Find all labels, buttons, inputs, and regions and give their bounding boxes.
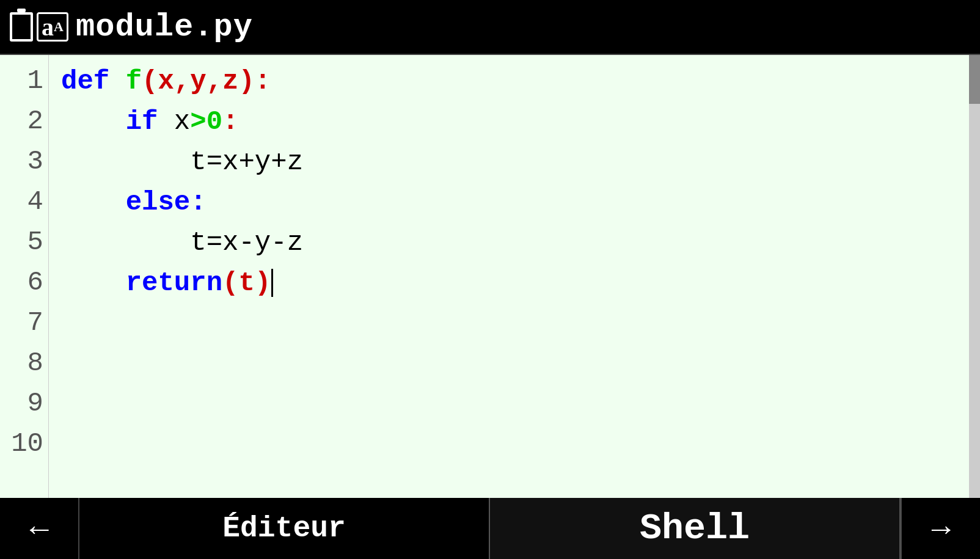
token: def: [61, 66, 126, 97]
filename-label: module.py: [76, 9, 253, 45]
token: (: [142, 66, 158, 97]
code-line-2: if x>0:: [61, 101, 963, 142]
code-area[interactable]: def f(x,y,z): if x>0: t=x+y+z else: t=x-…: [49, 55, 969, 498]
token: t: [238, 268, 254, 298]
code-line-1: def f(x,y,z):: [61, 61, 963, 101]
text-mode-icon: aA: [37, 12, 68, 42]
token: if: [126, 106, 174, 137]
text-cursor: [271, 269, 273, 297]
line-number-5: 5: [10, 222, 43, 263]
line-number-4: 4: [10, 182, 43, 222]
title-bar: aA module.py: [0, 0, 980, 55]
line-number-6: 6: [10, 263, 43, 303]
token: [61, 268, 126, 298]
editeur-tab[interactable]: Éditeur: [79, 498, 489, 559]
line-number-1: 1: [10, 61, 43, 101]
token: 0: [207, 106, 222, 137]
token: (: [222, 268, 238, 298]
token: >: [190, 106, 206, 137]
line-number-9: 9: [10, 384, 43, 424]
bottom-bar: ← Éditeur Shell →: [0, 498, 980, 559]
token: [61, 106, 126, 137]
code-line-8: [61, 343, 963, 384]
token: else:: [126, 187, 207, 217]
editor-area[interactable]: 12345678910 def f(x,y,z): if x>0: t=x+y+…: [0, 55, 980, 498]
line-number-10: 10: [10, 424, 43, 464]
line-number-8: 8: [10, 343, 43, 384]
token: ):: [238, 66, 271, 97]
token: return: [126, 268, 222, 298]
line-number-2: 2: [10, 101, 43, 142]
token: :: [222, 106, 238, 137]
code-line-10: [61, 424, 963, 464]
token: f: [126, 66, 142, 97]
right-arrow-button[interactable]: →: [901, 498, 980, 559]
line-numbers: 12345678910: [0, 55, 49, 498]
battery-icon: [10, 12, 33, 42]
left-arrow-button[interactable]: ←: [0, 498, 79, 559]
code-line-5: t=x-y-z: [61, 222, 963, 263]
token: t=x+y+z: [61, 147, 303, 177]
token: ): [255, 268, 271, 298]
title-icons: aA: [10, 12, 68, 42]
line-number-7: 7: [10, 303, 43, 343]
token: [61, 187, 126, 217]
scrollbar-thumb[interactable]: [969, 55, 980, 104]
code-line-3: t=x+y+z: [61, 142, 963, 182]
scrollbar[interactable]: [969, 55, 980, 498]
line-number-3: 3: [10, 142, 43, 182]
shell-tab[interactable]: Shell: [489, 498, 901, 559]
code-line-4: else:: [61, 182, 963, 222]
token: t=x-y-z: [61, 227, 303, 258]
token: x,y,z: [158, 66, 238, 97]
token: x: [174, 106, 190, 137]
code-line-7: [61, 303, 963, 343]
code-line-6: return(t): [61, 263, 963, 303]
code-line-9: [61, 384, 963, 424]
